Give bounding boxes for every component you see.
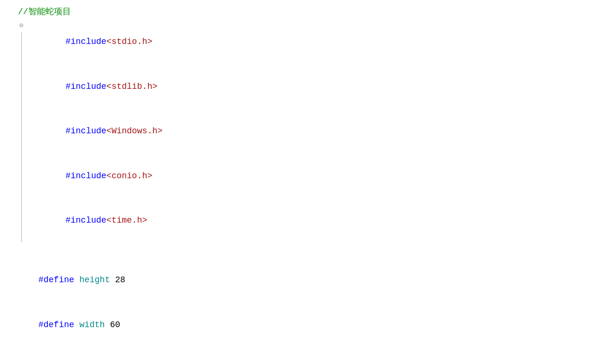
- space2: 28: [110, 275, 125, 285]
- collapse-control[interactable]: ⊝: [18, 20, 25, 243]
- include-file: <Windows.h>: [106, 126, 163, 136]
- include-stdio: #include<stdio.h>: [25, 20, 589, 65]
- space2: 60: [105, 320, 120, 329]
- code-editor: //智能蛇项目 ⊝ #include<stdio.h> #include<std…: [9, 5, 589, 364]
- empty-line-1: [18, 243, 589, 258]
- preprocessor-keyword: #include: [65, 37, 106, 46]
- define-name: width: [79, 320, 105, 329]
- include-time: #include<time.h>: [25, 199, 589, 243]
- include-windows: #include<Windows.h>: [25, 109, 589, 154]
- preprocessor-keyword: #include: [65, 216, 106, 225]
- space: [74, 320, 79, 329]
- preprocessor-keyword: #include: [65, 126, 106, 136]
- define-keyword: #define: [38, 320, 74, 329]
- define-keyword: #define: [38, 275, 74, 285]
- collapse-icon[interactable]: ⊝: [18, 20, 25, 32]
- pragma-line: #pragma warning(disable:4996): [18, 347, 589, 364]
- include-stdlib: #include<stdlib.h>: [25, 64, 589, 109]
- includes-block: ⊝ #include<stdio.h> #include<stdlib.h> #…: [18, 20, 589, 243]
- collapse-bar: [21, 32, 22, 242]
- preprocessor-keyword: #include: [65, 82, 106, 91]
- include-file: <time.h>: [106, 216, 147, 225]
- includes-content: #include<stdio.h> #include<stdlib.h> #in…: [25, 20, 589, 243]
- define-width: #define width 60: [18, 303, 589, 347]
- define-height: #define height 28: [18, 258, 589, 303]
- define-name: height: [79, 275, 110, 285]
- include-file: <conio.h>: [106, 171, 152, 181]
- include-file: <stdlib.h>: [106, 82, 158, 91]
- include-conio: #include<conio.h>: [25, 154, 589, 199]
- comment-line: //智能蛇项目: [18, 5, 589, 20]
- include-file: <stdio.h>: [106, 37, 152, 46]
- space: [74, 275, 79, 285]
- preprocessor-keyword: #include: [65, 171, 106, 181]
